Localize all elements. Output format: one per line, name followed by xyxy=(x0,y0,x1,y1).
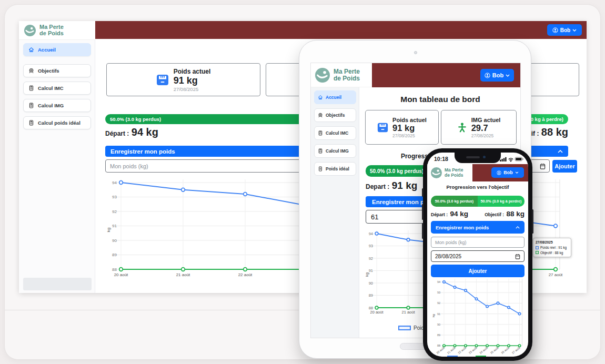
progress-title: Progression vers l'objectif xyxy=(427,184,528,190)
person-circle-icon xyxy=(497,170,501,175)
phone-screen: 10:18 Ma Pertede Poids Bob Progression v… xyxy=(427,153,528,357)
sidebar-item-label: Calcul IMG xyxy=(326,148,349,154)
card-value: 29.7 xyxy=(471,123,501,133)
add-weight-button[interactable]: Ajouter xyxy=(431,265,525,277)
register-weight-toggle[interactable]: Enregistrer mon poids xyxy=(431,221,525,234)
sidebar-item-poids-ideal[interactable]: Calcul poids idéal xyxy=(23,116,91,129)
card-title: Poids actuel xyxy=(392,117,427,123)
calculator-icon xyxy=(28,103,34,108)
sidebar-item-label: Objectifs xyxy=(38,68,59,74)
legend-swatch-goal xyxy=(536,251,539,254)
sidebar-item-label: Calcul IMC xyxy=(38,85,64,91)
person-circle-icon xyxy=(485,73,490,78)
calendar-icon xyxy=(540,163,546,169)
phone-volume-up-button xyxy=(422,204,423,220)
brand-icon xyxy=(315,68,330,83)
user-menu-button[interactable]: Bob xyxy=(547,24,582,36)
user-name: Bob xyxy=(503,170,513,175)
desktop-brand-logo[interactable]: Ma Pertede Poids xyxy=(19,21,95,40)
battery-icon xyxy=(515,157,523,161)
card-date: 27/08/2025 xyxy=(471,133,501,138)
user-menu-button[interactable]: Bob xyxy=(491,167,524,178)
register-weight-label: Enregistrer mon poids xyxy=(110,148,175,155)
add-weight-button[interactable]: Ajouter xyxy=(552,160,577,173)
svg-text:88: 88 xyxy=(112,267,117,272)
brand-icon xyxy=(24,25,36,36)
legend-swatch-goal xyxy=(476,356,486,357)
svg-text:93: 93 xyxy=(112,195,117,199)
svg-text:90: 90 xyxy=(369,281,373,286)
chevron-up-icon xyxy=(558,150,563,153)
sidebar-item-calcul-imc[interactable]: Calcul IMC xyxy=(23,82,91,95)
phone-camera xyxy=(483,156,486,158)
chart-tooltip: 27/08/2025 Poids réel : 91 kg Objectif :… xyxy=(533,238,571,257)
start-value: 91 kg xyxy=(392,180,418,191)
goal-value: 88 kg xyxy=(506,210,525,218)
user-name: Bob xyxy=(560,27,570,33)
date-value: 28/08/2025 xyxy=(435,254,461,259)
sidebar-item-label: Calcul IMC xyxy=(326,130,348,136)
svg-text:27 août: 27 août xyxy=(549,272,563,277)
svg-text:20 août: 20 août xyxy=(370,310,384,315)
brand-name: Ma Pertede Poids xyxy=(39,24,64,37)
phone-power-button xyxy=(532,209,533,234)
tablet-brand-logo[interactable]: Ma Pertede Poids xyxy=(311,63,372,87)
sidebar-item-label: Calcul poids idéal xyxy=(38,120,80,126)
desktop-header-bar xyxy=(95,21,587,39)
card-value: 91 kg xyxy=(174,75,211,86)
scale-icon xyxy=(377,122,388,133)
svg-text:21 août: 21 août xyxy=(176,272,190,277)
calculator-icon xyxy=(318,130,323,136)
brand-name: Ma Pertede Poids xyxy=(334,68,360,82)
responsive-mockup-canvas: { "app": {"brand_line1": "Ma Perte", "br… xyxy=(0,0,605,364)
home-icon xyxy=(318,95,323,100)
tooltip-real: Poids réel : 91 kg xyxy=(540,245,567,250)
sidebar-item-accueil[interactable]: Accueil xyxy=(314,90,356,104)
sidebar-item-calcul-img[interactable]: Calcul IMG xyxy=(23,99,91,112)
tablet-sidebar xyxy=(311,87,359,338)
date-input[interactable]: 28/08/2025 xyxy=(431,250,525,262)
phone-volume-down-button xyxy=(422,223,423,239)
sidebar-item-calcul-img[interactable]: Calcul IMG xyxy=(314,144,356,158)
sidebar-item-objectifs[interactable]: Objectifs xyxy=(23,64,91,77)
sidebar-item-objectifs[interactable]: Objectifs xyxy=(314,108,356,122)
svg-text:88: 88 xyxy=(437,344,440,347)
user-name: Bob xyxy=(492,72,503,78)
signal-icon xyxy=(500,157,507,161)
home-icon xyxy=(28,47,34,53)
legend-swatch-real xyxy=(447,356,458,357)
svg-text:93: 93 xyxy=(437,291,440,294)
svg-text:90: 90 xyxy=(112,238,117,243)
sidebar-item-accueil[interactable]: Accueil xyxy=(23,43,91,56)
svg-text:94: 94 xyxy=(437,280,440,284)
wifi-dot xyxy=(510,160,511,161)
sidebar-item-poids-ideal[interactable]: Poids idéal xyxy=(314,162,356,176)
svg-text:92: 92 xyxy=(369,256,373,261)
body-icon xyxy=(457,123,467,133)
svg-text:89: 89 xyxy=(112,252,117,257)
chevron-down-icon xyxy=(515,171,519,174)
svg-text:21 août: 21 août xyxy=(401,310,415,315)
start-label: Depart : xyxy=(366,183,389,190)
goal-label: Objectif : xyxy=(485,212,504,217)
weight-input[interactable] xyxy=(431,237,525,248)
legend-swatch-real xyxy=(398,326,411,330)
sidebar-item-calcul-imc[interactable]: Calcul IMC xyxy=(314,126,356,140)
target-icon xyxy=(28,68,34,74)
weight-chart: 9493929190898820 août21 août22 août23 ao… xyxy=(432,279,527,357)
weight-stat-card: Poids actuel 91 kg 27/08/2025 xyxy=(365,110,439,145)
card-date: 27/08/2025 xyxy=(174,86,211,92)
brand-icon xyxy=(431,167,442,178)
target-icon xyxy=(318,113,323,118)
person-circle-icon xyxy=(552,27,558,33)
user-menu-button[interactable]: Bob xyxy=(480,69,514,82)
start-goal-row: Départ : 94 kg Objectif : 88 kg xyxy=(431,209,525,218)
phone-brand-logo[interactable]: Ma Pertede Poids xyxy=(427,164,472,181)
card-title: IMG actuel xyxy=(471,117,501,123)
phone-mockup-frame: 10:18 Ma Pertede Poids Bob Progression v… xyxy=(423,148,532,361)
svg-text:90: 90 xyxy=(437,323,440,326)
svg-text:93: 93 xyxy=(369,244,373,248)
svg-text:89: 89 xyxy=(437,333,440,337)
svg-text:kg: kg xyxy=(366,272,369,277)
svg-text:kg: kg xyxy=(432,314,435,317)
